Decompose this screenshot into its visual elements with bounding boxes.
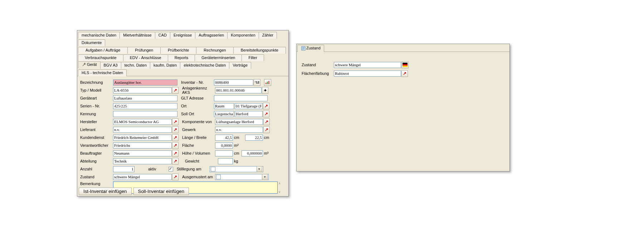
arrow-icon: ↗ <box>264 103 268 108</box>
input-gewerk[interactable] <box>215 127 263 133</box>
label-abteilung: Abteilung <box>80 159 113 163</box>
label-ausgemustert: Ausgemustert am <box>182 175 215 179</box>
input-kundendienst[interactable] <box>113 135 172 141</box>
inventar-numbering-button[interactable]: ¹12 <box>254 79 260 86</box>
zustand-lookup-button[interactable]: ↗ <box>172 174 179 180</box>
tab-zaehler[interactable]: Zähler <box>259 32 277 39</box>
side-zustand-color-button[interactable] <box>401 62 409 68</box>
input-ort-type[interactable] <box>214 103 234 109</box>
input-ort-name[interactable] <box>235 103 263 109</box>
input-breite[interactable] <box>245 135 263 141</box>
unit-m2: m² <box>234 143 239 147</box>
typ-lookup-button[interactable]: ↗ <box>172 87 179 94</box>
input-abteilung[interactable] <box>113 158 172 164</box>
ist-inventar-button[interactable]: Ist-Inventar einfügen <box>79 188 132 195</box>
inventar-chart-button[interactable] <box>264 79 271 86</box>
arrow-icon: ↗ <box>174 88 177 93</box>
tab-elektro-daten[interactable]: elektrotechnische Daten <box>180 62 229 69</box>
verantw-lookup-button[interactable]: ↗ <box>172 142 179 149</box>
tab-geraeteterminserien[interactable]: Geräteterminserien <box>195 54 242 61</box>
tab-zustand[interactable]: Zustand <box>297 45 324 52</box>
gewerk-lookup-button[interactable]: ↗ <box>263 126 270 133</box>
tab-techn-daten[interactable]: techn. Daten <box>121 62 150 69</box>
input-geraeteart[interactable] <box>113 95 177 101</box>
input-komponente[interactable] <box>215 119 263 125</box>
tab-bereitstellungspunkte[interactable]: Bereitstellungspunkte <box>233 47 286 54</box>
tab-auftragsserien[interactable]: Auftragsserien <box>195 32 228 39</box>
label-inventar: Inventar - Nr. <box>181 80 214 84</box>
input-sollort-name[interactable] <box>235 111 263 117</box>
tab-edv[interactable]: EDV - Anschlüsse <box>123 54 168 61</box>
tab-pruefungen[interactable]: Prüfungen <box>127 47 161 54</box>
input-hersteller[interactable] <box>113 119 172 125</box>
tab-dokumente[interactable]: Dokumente <box>78 39 105 46</box>
arrow-icon: ↗ <box>174 151 177 156</box>
label-laenge: Länge / Breite <box>182 135 215 140</box>
svg-rect-1 <box>267 82 268 84</box>
tab-komponenten[interactable]: Komponenten <box>227 32 259 39</box>
soll-inventar-button[interactable]: Soll-Inventar einfügen <box>133 188 189 195</box>
tab-hls[interactable]: HLS - technische Daten <box>78 69 127 76</box>
label-aktiv: aktiv <box>148 167 156 171</box>
input-lieferant[interactable] <box>113 127 172 133</box>
input-beauftr[interactable] <box>113 150 172 156</box>
side-flaeche-lookup-button[interactable]: ↗ <box>401 70 408 77</box>
tab-filter[interactable]: Filter <box>241 54 264 61</box>
date-enable-checkbox[interactable] <box>211 167 215 171</box>
input-zustand[interactable] <box>113 174 172 180</box>
tab-kaufm-daten[interactable]: kaufm. Daten <box>150 62 180 69</box>
input-inventar[interactable] <box>214 79 253 86</box>
input-bezeichnung[interactable] <box>113 79 177 86</box>
label-kundendienst: Kundendienst <box>80 135 113 140</box>
kundendienst-lookup-button[interactable]: ↗ <box>172 134 179 141</box>
tab-aufgaben[interactable]: Aufgaben / Aufträge <box>78 47 128 54</box>
komponente-lookup-button[interactable]: ↗ <box>263 118 270 125</box>
tab-strip: mechanische Daten Mietverhältnisse CAD E… <box>77 30 288 76</box>
tab-mietverhaeltnisse[interactable]: Mietverhältnisse <box>119 32 155 39</box>
arrow-icon: ↗ <box>265 127 268 132</box>
input-anlagenkennz[interactable] <box>215 87 262 93</box>
tab-ereignisse[interactable]: Ereignisse <box>170 32 195 39</box>
tab-vertraege[interactable]: Verträge <box>229 62 251 69</box>
hersteller-lookup-button[interactable]: ↗ <box>172 118 179 125</box>
input-anzahl[interactable] <box>113 166 135 172</box>
side-input-zustand[interactable] <box>334 62 401 68</box>
chevron-down-icon[interactable]: ▾ <box>257 166 262 172</box>
tab-reports[interactable]: Reports <box>168 54 195 61</box>
input-sollort-type[interactable] <box>214 111 234 117</box>
input-verantw[interactable] <box>113 142 172 149</box>
ort-lookup-button[interactable]: ↗ <box>263 103 269 110</box>
input-glt[interactable] <box>214 95 268 101</box>
date-enable-checkbox[interactable] <box>216 175 221 179</box>
tab-pruefberichte[interactable]: Prüfberichte <box>160 47 196 54</box>
beauftr-lookup-button[interactable]: ↗ <box>172 150 179 157</box>
input-serien[interactable] <box>113 103 177 109</box>
date-ausgemustert[interactable]: ▾ <box>215 174 269 180</box>
tab-bgv[interactable]: BGV A3 <box>100 62 121 69</box>
input-hoehe[interactable] <box>215 150 233 156</box>
chevron-down-icon[interactable]: ▾ <box>262 174 268 180</box>
lieferant-lookup-button[interactable]: ↗ <box>172 126 179 133</box>
svg-rect-4 <box>402 63 408 64</box>
input-volumen[interactable] <box>241 150 263 156</box>
scroll-indicator: ∧∨ <box>278 181 281 194</box>
tab-cad[interactable]: CAD <box>155 32 170 39</box>
checkbox-aktiv[interactable] <box>169 167 173 171</box>
side-input-flaechenfaerbung[interactable] <box>334 71 401 77</box>
anlagenkennz-wand-button[interactable]: ✦ <box>262 87 268 94</box>
tab-rechnungen[interactable]: Rechnungen <box>196 47 233 54</box>
date-stilllegung[interactable]: ▾ <box>210 166 263 172</box>
tab-geraet[interactable]: Gerät <box>78 61 101 68</box>
label-geraeteart: Geräteart <box>80 96 113 100</box>
tab-mechanische-daten[interactable]: mechanische Daten <box>78 32 120 39</box>
sollort-lookup-button[interactable]: ↗ <box>263 111 269 117</box>
flag-icon <box>402 63 408 67</box>
input-gewicht[interactable] <box>218 158 233 164</box>
abteilung-lookup-button[interactable]: ↗ <box>172 158 179 165</box>
tab-verbrauchspunkte[interactable]: Verbrauchspunkte <box>78 54 123 61</box>
input-kennung[interactable] <box>113 111 177 117</box>
input-laenge[interactable] <box>215 135 233 141</box>
input-flaeche[interactable] <box>215 142 233 149</box>
input-typ[interactable] <box>113 87 172 93</box>
arrow-icon: ↗ <box>174 119 177 124</box>
